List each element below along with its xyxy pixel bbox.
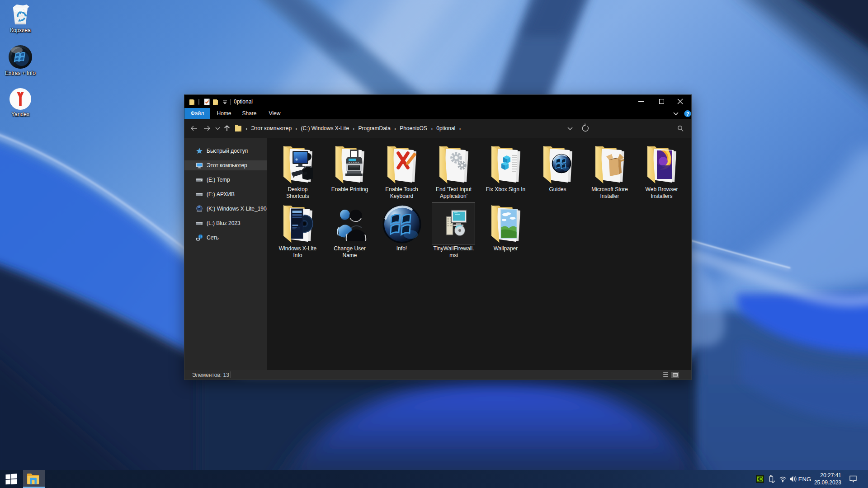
svg-text:?: ? xyxy=(686,111,689,117)
